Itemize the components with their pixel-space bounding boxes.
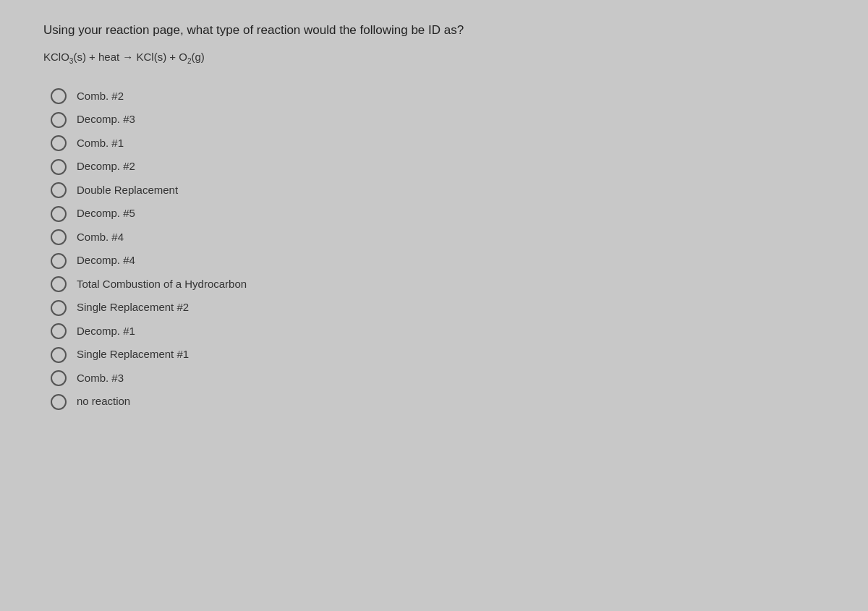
option-label: Single Replacement #2	[77, 299, 189, 316]
option-item[interactable]: Comb. #3	[51, 369, 825, 388]
option-item[interactable]: Decomp. #2	[51, 157, 825, 176]
radio-button[interactable]	[51, 370, 67, 386]
question-text: Using your reaction page, what type of r…	[43, 22, 825, 39]
option-label: Comb. #3	[77, 370, 124, 387]
option-item[interactable]: Decomp. #1	[51, 322, 825, 341]
option-item[interactable]: Comb. #2	[51, 87, 825, 106]
option-item[interactable]: Comb. #4	[51, 228, 825, 247]
radio-button[interactable]	[51, 394, 67, 410]
radio-button[interactable]	[51, 88, 67, 104]
option-label: Single Replacement #1	[77, 346, 189, 363]
equation: KClO3(s) + heat → KCl(s) + O2(g)	[43, 51, 825, 65]
option-item[interactable]: no reaction	[51, 392, 825, 411]
radio-button[interactable]	[51, 206, 67, 222]
options-list: Comb. #2Decomp. #3Comb. #1Decomp. #2Doub…	[51, 87, 825, 411]
option-label: Decomp. #4	[77, 252, 135, 269]
radio-button[interactable]	[51, 276, 67, 292]
radio-button[interactable]	[51, 182, 67, 198]
option-label: Comb. #1	[77, 135, 124, 152]
option-item[interactable]: Total Combustion of a Hydrocarbon	[51, 275, 825, 294]
page-container: Using your reaction page, what type of r…	[0, 0, 868, 611]
option-item[interactable]: Comb. #1	[51, 134, 825, 153]
option-label: Decomp. #1	[77, 323, 135, 340]
option-item[interactable]: Single Replacement #1	[51, 345, 825, 364]
radio-button[interactable]	[51, 253, 67, 269]
radio-button[interactable]	[51, 323, 67, 339]
option-item[interactable]: Double Replacement	[51, 181, 825, 200]
radio-button[interactable]	[51, 112, 67, 128]
option-label: Decomp. #3	[77, 111, 135, 128]
option-label: Comb. #2	[77, 88, 124, 105]
option-label: Total Combustion of a Hydrocarbon	[77, 276, 247, 293]
radio-button[interactable]	[51, 229, 67, 245]
equation-text: KClO3(s) + heat → KCl(s) + O2(g)	[43, 51, 205, 65]
option-label: Double Replacement	[77, 182, 178, 199]
option-item[interactable]: Single Replacement #2	[51, 298, 825, 317]
radio-button[interactable]	[51, 135, 67, 151]
option-item[interactable]: Decomp. #5	[51, 204, 825, 223]
option-label: Decomp. #5	[77, 205, 135, 222]
radio-button[interactable]	[51, 347, 67, 363]
option-label: Decomp. #2	[77, 158, 135, 175]
option-item[interactable]: Decomp. #3	[51, 110, 825, 129]
option-label: no reaction	[77, 393, 130, 410]
option-item[interactable]: Decomp. #4	[51, 251, 825, 270]
radio-button[interactable]	[51, 159, 67, 175]
radio-button[interactable]	[51, 300, 67, 316]
option-label: Comb. #4	[77, 229, 124, 246]
